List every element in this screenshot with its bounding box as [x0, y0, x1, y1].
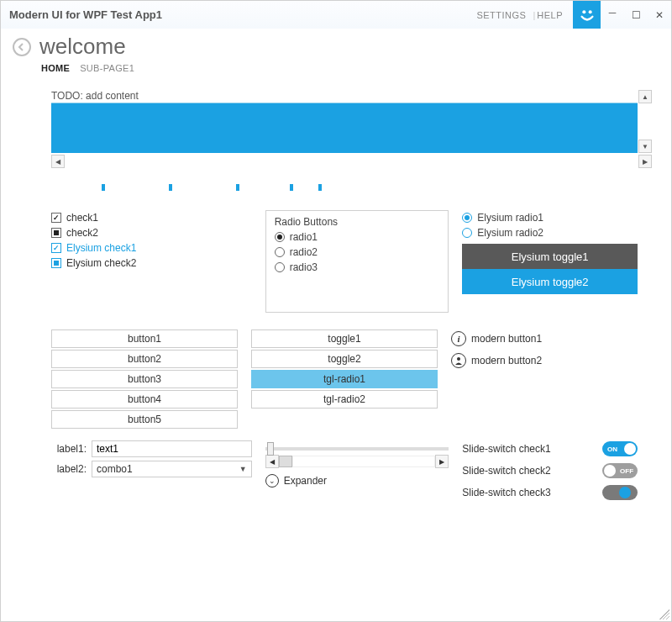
- radio-group-legend: Radio Buttons: [275, 216, 440, 228]
- label1: label1:: [51, 443, 87, 455]
- slide-switch-1-label: Slide-switch check1: [462, 443, 550, 455]
- modern-button1[interactable]: imodern button1: [451, 329, 638, 348]
- combo-row: label2: combo1 ▼: [51, 461, 252, 477]
- close-button[interactable]: ✕: [648, 1, 671, 29]
- elysium-check2[interactable]: Elysium check2: [51, 256, 252, 271]
- combo-value: combo1: [97, 463, 133, 475]
- tab-subpage1[interactable]: SUB-PAGE1: [80, 63, 134, 73]
- scroll-left-icon[interactable]: ◀: [265, 455, 279, 468]
- content-area: TODO: add content ▲ ▼ ◀ ▶ check1: [1, 80, 671, 621]
- elysium-toggle2[interactable]: Elysium toggle2: [462, 269, 638, 294]
- text1-input[interactable]: [92, 440, 252, 457]
- scroll-up-icon[interactable]: ▲: [638, 90, 652, 103]
- radio-group: Radio Buttons radio1 radio2 radio3: [265, 210, 449, 313]
- scroll-down-icon[interactable]: ▼: [638, 140, 652, 153]
- expander[interactable]: ⌄ Expander: [265, 474, 449, 488]
- toggle1[interactable]: toggle1: [251, 329, 438, 348]
- switch-column: Slide-switch check1 ON Slide-switch chec…: [462, 440, 638, 501]
- tgl-radio2[interactable]: tgl-radio2: [251, 390, 438, 409]
- title-bar: Modern UI for WPF Test App1 SETTINGS | H…: [1, 1, 671, 29]
- separator: |: [533, 10, 535, 20]
- controls-row-1: check1 check2 Elysium check1 Elysium che…: [51, 210, 638, 313]
- modern-button2[interactable]: modern button2: [451, 351, 638, 370]
- button5[interactable]: button5: [51, 410, 238, 429]
- expander-label: Expander: [284, 475, 327, 487]
- check1[interactable]: check1: [51, 210, 252, 225]
- slide-switch-3-row: Slide-switch check3: [462, 484, 638, 501]
- slide-switch-2-row: Slide-switch check2 OFF: [462, 462, 638, 479]
- elysium-radio2[interactable]: Elysium radio2: [462, 225, 638, 240]
- window-title: Modern UI for WPF Test App1: [1, 8, 162, 21]
- slider-thumb[interactable]: [267, 442, 274, 456]
- chevron-down-icon: ⌄: [265, 474, 279, 488]
- slide-switch-3[interactable]: [602, 485, 638, 500]
- label2: label2:: [51, 463, 87, 475]
- radio-column: Radio Buttons radio1 radio2 radio3: [265, 210, 449, 313]
- slider-column: ◀ ▶ ⌄ Expander: [265, 440, 449, 501]
- svg-point-2: [457, 357, 460, 361]
- page-header: welcome: [1, 29, 671, 61]
- person-icon: [451, 353, 466, 368]
- smiley-icon[interactable]: [573, 1, 601, 29]
- chevron-down-icon: ▼: [239, 465, 247, 473]
- slide-switch-1[interactable]: ON: [602, 441, 638, 456]
- elysium-column: Elysium radio1 Elysium radio2 Elysium to…: [462, 210, 638, 313]
- button1[interactable]: button1: [51, 329, 238, 348]
- mini-scrollbar[interactable]: ◀ ▶: [265, 455, 449, 468]
- tab-home[interactable]: HOME: [41, 63, 70, 73]
- horizontal-scrollbar[interactable]: ◀ ▶: [51, 155, 652, 168]
- scrollbar-thumb[interactable]: [279, 456, 292, 467]
- progress-dots: [51, 180, 638, 195]
- radio2[interactable]: radio2: [275, 245, 440, 260]
- maximize-button[interactable]: ☐: [624, 1, 648, 29]
- checkbox-column: check1 check2 Elysium check1 Elysium che…: [51, 210, 252, 313]
- todo-panel: TODO: add content ▲ ▼: [51, 90, 638, 153]
- button-column: button1 button2 button3 button4 button5: [51, 329, 238, 429]
- controls-row-3: label1: label2: combo1 ▼ ◀: [51, 440, 638, 501]
- button2[interactable]: button2: [51, 350, 238, 368]
- slider[interactable]: [265, 447, 449, 451]
- todo-label: TODO: add content: [51, 90, 638, 102]
- back-button[interactable]: [13, 38, 31, 56]
- slide-switch-3-label: Slide-switch check3: [462, 487, 550, 498]
- info-icon: i: [451, 331, 466, 346]
- toggle-column: toggle1 toggle2 tgl-radio1 tgl-radio2: [251, 329, 438, 429]
- page-title: welcome: [39, 34, 126, 60]
- controls-row-2: button1 button2 button3 button4 button5 …: [51, 329, 638, 429]
- resize-grip[interactable]: [659, 609, 669, 619]
- radio1[interactable]: radio1: [275, 229, 440, 245]
- content-placeholder: [51, 103, 638, 153]
- svg-point-0: [582, 10, 585, 13]
- elysium-check1[interactable]: Elysium check1: [51, 240, 252, 256]
- modern-button-column: imodern button1 modern button2: [451, 329, 638, 429]
- svg-point-1: [588, 10, 591, 13]
- form-column: label1: label2: combo1 ▼: [51, 440, 252, 501]
- settings-link[interactable]: SETTINGS: [476, 10, 526, 20]
- vertical-scrollbar[interactable]: ▲ ▼: [638, 90, 652, 153]
- minimize-button[interactable]: ─: [601, 1, 624, 29]
- text-input-row: label1:: [51, 440, 252, 457]
- slide-switch-2-label: Slide-switch check2: [462, 465, 550, 477]
- combo1[interactable]: combo1 ▼: [92, 461, 252, 477]
- elysium-radio1[interactable]: Elysium radio1: [462, 210, 638, 225]
- slide-switch-1-row: Slide-switch check1 ON: [462, 440, 638, 457]
- button3[interactable]: button3: [51, 370, 238, 388]
- help-link[interactable]: HELP: [537, 10, 563, 20]
- app-window: Modern UI for WPF Test App1 SETTINGS | H…: [0, 0, 672, 622]
- scroll-right-icon[interactable]: ▶: [435, 455, 449, 468]
- button4[interactable]: button4: [51, 390, 238, 409]
- radio3[interactable]: radio3: [275, 260, 440, 275]
- scroll-right-icon[interactable]: ▶: [638, 155, 652, 168]
- slide-switch-2[interactable]: OFF: [602, 463, 638, 478]
- elysium-toggle1[interactable]: Elysium toggle1: [462, 244, 638, 269]
- tgl-radio1[interactable]: tgl-radio1: [251, 370, 438, 388]
- sub-tabs: HOME SUB-PAGE1: [1, 61, 671, 80]
- toggle2[interactable]: toggle2: [251, 350, 438, 368]
- check2[interactable]: check2: [51, 225, 252, 240]
- scroll-left-icon[interactable]: ◀: [51, 155, 65, 168]
